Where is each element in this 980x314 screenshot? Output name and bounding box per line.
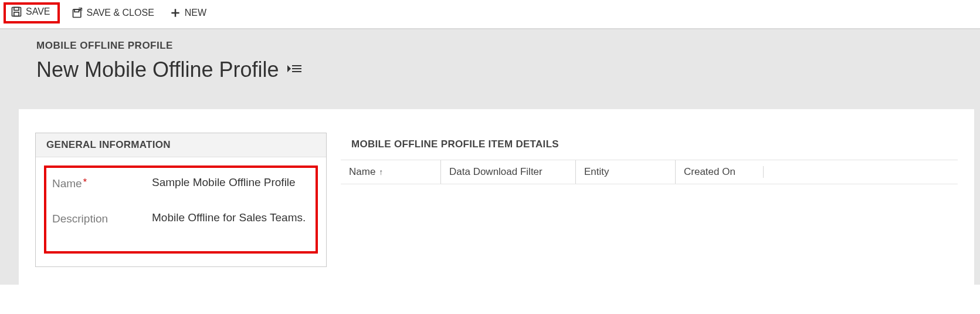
description-label: Description xyxy=(52,211,152,225)
save-icon xyxy=(11,6,22,18)
new-button-label: NEW xyxy=(185,8,206,18)
general-information-panel: GENERAL INFORMATION Name* Sample Mobile … xyxy=(35,133,327,267)
description-field-row: Description Mobile Offline for Sales Tea… xyxy=(52,211,310,225)
item-details-panel: MOBILE OFFLINE PROFILE ITEM DETAILS Name… xyxy=(341,133,958,184)
svg-rect-1 xyxy=(14,8,19,11)
plus-icon xyxy=(169,7,181,19)
description-field[interactable]: Mobile Offline for Sales Teams. xyxy=(152,211,310,224)
column-name-label: Name xyxy=(349,166,375,178)
highlight-save-button: SAVE xyxy=(4,2,60,23)
column-header-name[interactable]: Name ↑ xyxy=(341,160,440,184)
name-label-text: Name xyxy=(52,177,82,190)
column-header-entity[interactable]: Entity xyxy=(575,160,675,184)
column-header-blank xyxy=(763,166,958,178)
record-title-row: New Mobile Offline Profile xyxy=(36,58,980,82)
column-header-data-download-filter[interactable]: Data Download Filter xyxy=(440,160,575,184)
svg-rect-2 xyxy=(14,12,19,16)
content-area: GENERAL INFORMATION Name* Sample Mobile … xyxy=(0,109,980,285)
highlight-form-fields: Name* Sample Mobile Offline Profile Desc… xyxy=(44,166,318,254)
column-header-created-on[interactable]: Created On xyxy=(675,160,763,184)
save-button-label: SAVE xyxy=(26,6,50,17)
item-details-header: MOBILE OFFLINE PROFILE ITEM DETAILS xyxy=(341,133,958,160)
new-button[interactable]: NEW xyxy=(166,6,210,20)
command-bar: SAVE SAVE & CLOSE NEW xyxy=(0,0,980,29)
grid-header-row: Name ↑ Data Download Filter Entity Creat… xyxy=(341,160,958,184)
save-close-icon xyxy=(72,7,83,19)
required-star-icon: * xyxy=(83,177,87,187)
general-info-header: GENERAL INFORMATION xyxy=(36,133,326,157)
form-selector-icon[interactable] xyxy=(287,63,301,76)
svg-rect-9 xyxy=(292,68,301,69)
save-button[interactable]: SAVE xyxy=(7,5,54,19)
save-and-close-button[interactable]: SAVE & CLOSE xyxy=(68,6,158,20)
save-close-button-label: SAVE & CLOSE xyxy=(87,8,154,18)
svg-marker-7 xyxy=(287,65,291,72)
record-header: MOBILE OFFLINE PROFILE New Mobile Offlin… xyxy=(0,29,980,109)
page-title: New Mobile Offline Profile xyxy=(36,58,279,82)
name-field-row: Name* Sample Mobile Offline Profile xyxy=(52,176,310,190)
svg-rect-8 xyxy=(292,65,301,66)
sort-ascending-icon: ↑ xyxy=(379,167,383,177)
name-label: Name* xyxy=(52,176,152,190)
name-field[interactable]: Sample Mobile Offline Profile xyxy=(152,176,310,189)
svg-rect-10 xyxy=(292,71,301,72)
breadcrumb: MOBILE OFFLINE PROFILE xyxy=(36,40,980,52)
svg-rect-4 xyxy=(74,9,79,12)
